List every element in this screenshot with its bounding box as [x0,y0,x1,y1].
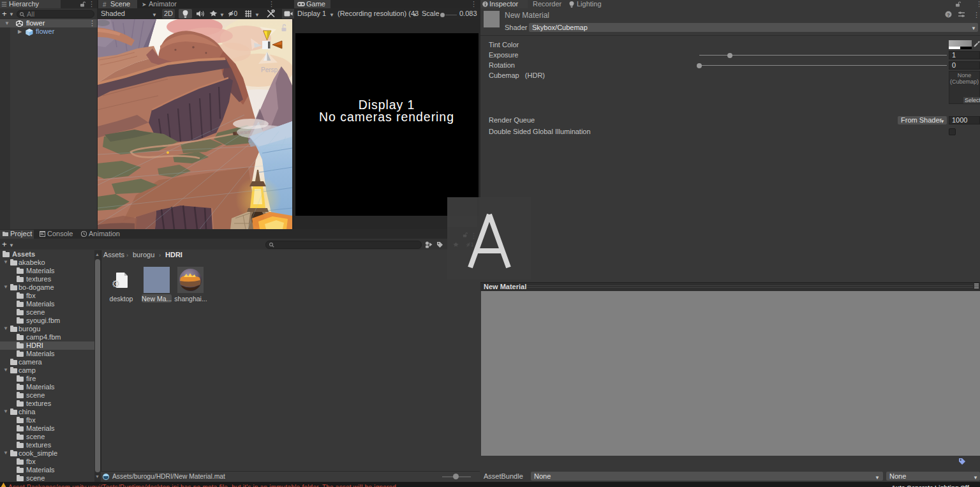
svg-text:0: 0 [234,10,238,17]
svg-text:?: ? [947,12,950,18]
svg-text:Persp: Persp [261,66,278,73]
